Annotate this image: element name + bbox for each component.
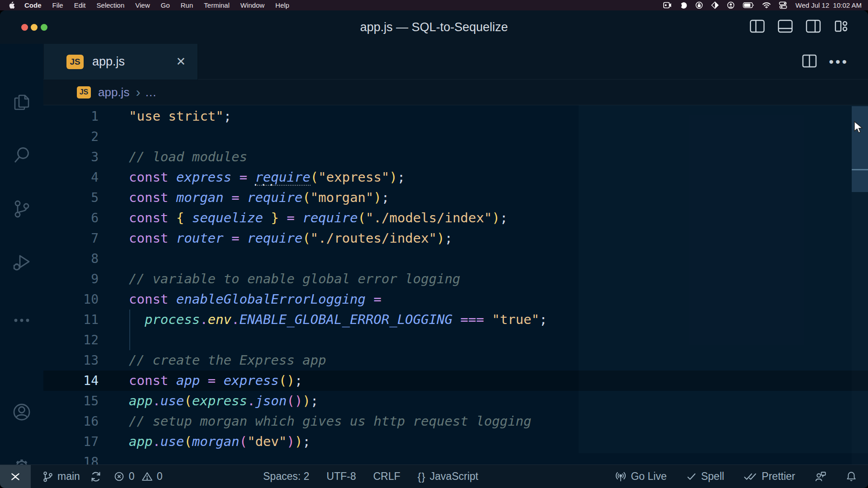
tab-app-js[interactable]: JS app.js ✕ xyxy=(44,44,198,80)
code-line-3[interactable]: 3// load modules xyxy=(43,147,868,167)
crescent-app-icon[interactable] xyxy=(680,2,687,9)
feedback-icon[interactable] xyxy=(814,470,826,483)
screen: Code File Edit Selection View Go Run Ter… xyxy=(0,0,868,488)
inline-hint-dots: ··· xyxy=(252,179,276,192)
customize-layout-icon[interactable] xyxy=(834,19,849,35)
line-number: 12 xyxy=(43,330,99,350)
status-bar: main 0 0 Spaces: 2 UTF-8 CRLF {} J xyxy=(0,465,868,488)
menu-item-code[interactable]: Code xyxy=(19,1,47,9)
code-line-14[interactable]: 14const app = express(); xyxy=(43,371,868,391)
sync-changes-button[interactable] xyxy=(90,471,102,483)
code-line-4[interactable]: 4const express = require("express"); xyxy=(43,167,868,188)
mouse-cursor xyxy=(854,121,865,136)
breadcrumb-symbol-ellipsis[interactable]: … xyxy=(145,85,157,99)
line-number: 3 xyxy=(43,147,99,167)
search-icon[interactable] xyxy=(10,144,33,167)
account-icon[interactable] xyxy=(10,400,33,424)
breadcrumb-file[interactable]: app.js xyxy=(98,85,129,99)
toggle-secondary-sidebar-icon[interactable] xyxy=(806,19,821,35)
line-number: 6 xyxy=(43,208,99,228)
explorer-icon[interactable] xyxy=(10,91,33,115)
git-branch-status[interactable]: main xyxy=(42,470,80,483)
code-line-13[interactable]: 13// create the Express app xyxy=(43,350,868,371)
line-number: 2 xyxy=(43,127,99,147)
code-line-2[interactable]: 2 xyxy=(43,127,868,147)
window-title: app.js — SQL-to-Sequelize xyxy=(0,10,868,44)
line-number: 16 xyxy=(43,411,99,432)
split-editor-icon[interactable] xyxy=(802,54,817,70)
code-line-18[interactable]: 18 xyxy=(43,452,868,465)
line-number: 13 xyxy=(43,350,99,371)
line-number: 9 xyxy=(43,269,99,289)
remote-indicator[interactable] xyxy=(0,465,31,488)
line-number: 15 xyxy=(43,391,99,411)
screen-recording-icon[interactable] xyxy=(663,2,672,9)
js-file-icon: JS xyxy=(77,86,91,99)
menu-item-view[interactable]: View xyxy=(130,1,155,9)
indent-guide xyxy=(129,310,130,350)
line-number: 17 xyxy=(43,432,99,452)
line-number: 7 xyxy=(43,228,99,249)
code-line-10[interactable]: 10const enableGlobalErrorLogging = xyxy=(43,289,868,310)
macos-menu-bar: Code File Edit Selection View Go Run Ter… xyxy=(0,0,868,10)
battery-icon[interactable] xyxy=(743,2,754,8)
code-line-1[interactable]: 1"use strict"; xyxy=(43,106,868,127)
menu-item-run[interactable]: Run xyxy=(175,1,199,9)
language-mode-status[interactable]: {} JavaScript xyxy=(409,470,487,483)
wifi-icon[interactable] xyxy=(762,2,771,9)
vscode-window: app.js — SQL-to-Sequelize xyxy=(0,10,868,488)
code-line-5[interactable]: 5const morgan = require("morgan"); xyxy=(43,188,868,208)
code-line-7[interactable]: 7const router = require("./routes/index"… xyxy=(43,228,868,249)
braces-icon: {} xyxy=(418,470,426,483)
code-line-12[interactable]: 12 xyxy=(43,330,868,350)
js-file-icon: JS xyxy=(66,55,84,69)
code-line-11[interactable]: 11 process.env.ENABLE_GLOBAL_ERROR_LOGGI… xyxy=(43,310,868,330)
apple-menu-icon[interactable] xyxy=(8,1,15,9)
spell-checker-status[interactable]: Spell xyxy=(686,470,724,483)
editor-scrollbar[interactable] xyxy=(852,105,868,465)
run-debug-icon[interactable] xyxy=(10,250,33,273)
encoding-status[interactable]: UTF-8 xyxy=(318,470,364,483)
menu-item-window[interactable]: Window xyxy=(235,1,270,9)
menu-item-edit[interactable]: Edit xyxy=(69,1,91,9)
go-live-button[interactable]: Go Live xyxy=(615,470,666,483)
breadcrumb: JS app.js › … xyxy=(43,80,868,105)
chevron-right-icon: › xyxy=(136,86,140,98)
toggle-primary-sidebar-icon[interactable] xyxy=(750,19,765,35)
code-line-17[interactable]: 17app.use(morgan("dev")); xyxy=(43,432,868,452)
control-center-icon[interactable] xyxy=(779,1,787,9)
scrollbar-thumb[interactable] xyxy=(852,106,868,192)
activity-bar xyxy=(0,44,43,465)
more-views-icon[interactable] xyxy=(10,309,33,332)
line-number: 5 xyxy=(43,188,99,208)
notifications-bell-icon[interactable] xyxy=(845,470,857,483)
menu-item-go[interactable]: Go xyxy=(156,1,175,9)
user-account-icon[interactable] xyxy=(727,1,735,9)
editor[interactable]: 1"use strict";23// load modules4const ex… xyxy=(43,105,868,465)
line-number: 14 xyxy=(43,371,99,391)
code-line-6[interactable]: 6const { sequelize } = require("./models… xyxy=(43,208,868,228)
menu-item-file[interactable]: File xyxy=(47,1,69,9)
error-count: 0 xyxy=(129,470,135,483)
code-line-8[interactable]: 8 xyxy=(43,249,868,269)
editor-more-actions-icon[interactable]: ••• xyxy=(829,57,849,66)
code-line-16[interactable]: 16// setup morgan which gives us http re… xyxy=(43,411,868,432)
problems-status[interactable]: 0 0 xyxy=(113,470,163,483)
eol-status[interactable]: CRLF xyxy=(364,470,409,483)
source-control-icon[interactable] xyxy=(10,197,33,221)
title-bar: app.js — SQL-to-Sequelize xyxy=(0,10,868,44)
toggle-panel-icon[interactable] xyxy=(778,19,793,35)
menu-item-selection[interactable]: Selection xyxy=(91,1,130,9)
menu-item-help[interactable]: Help xyxy=(270,1,295,9)
prettier-status[interactable]: Prettier xyxy=(743,470,795,483)
lock-privacy-icon[interactable] xyxy=(695,1,703,9)
line-number: 8 xyxy=(43,249,99,269)
diamond-app-icon[interactable] xyxy=(711,1,719,9)
code-line-15[interactable]: 15app.use(express.json()); xyxy=(43,391,868,411)
close-tab-icon[interactable]: ✕ xyxy=(176,55,186,69)
menu-clock[interactable]: Wed Jul 12 10:02 AM xyxy=(796,1,862,9)
tab-label: app.js xyxy=(92,55,125,69)
menu-item-terminal[interactable]: Terminal xyxy=(198,1,235,9)
indentation-status[interactable]: Spaces: 2 xyxy=(255,470,318,483)
code-line-9[interactable]: 9// variable to enable global error logg… xyxy=(43,269,868,289)
